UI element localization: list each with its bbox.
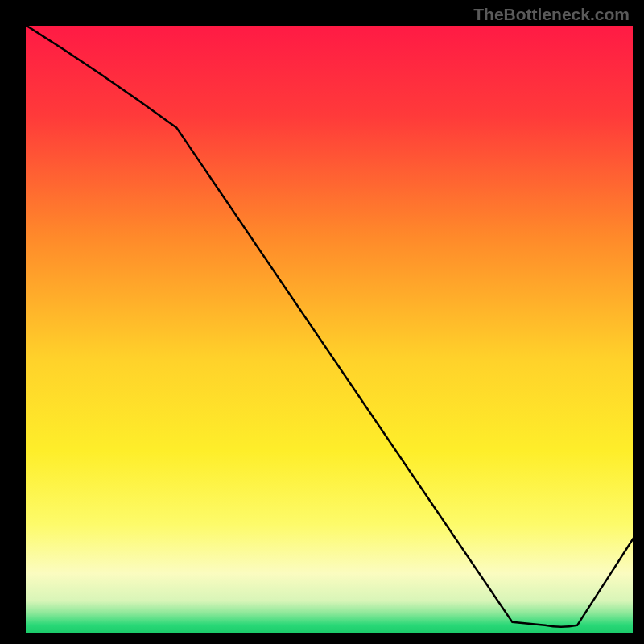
- data-line: [24, 24, 634, 634]
- watermark-text: TheBottleneck.com: [473, 5, 630, 24]
- chart-area: [24, 24, 634, 634]
